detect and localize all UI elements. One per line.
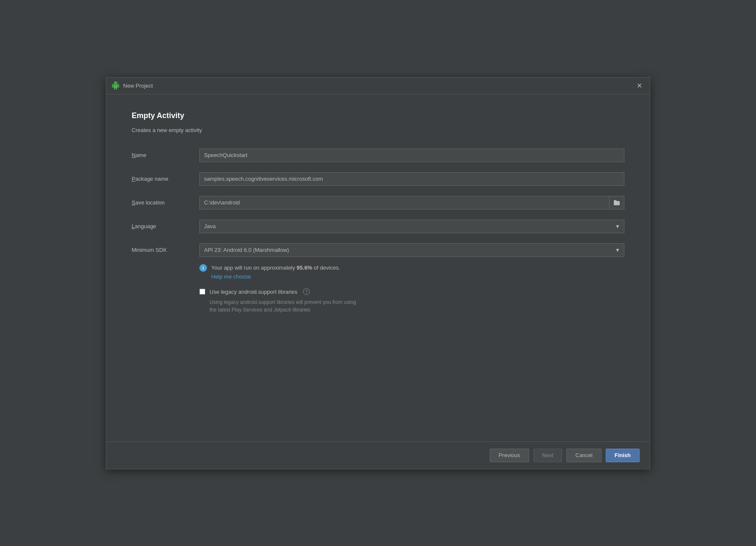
package-name-label: Package name xyxy=(132,176,199,182)
legacy-help-icon[interactable]: ? xyxy=(303,288,310,295)
min-sdk-label: Minimum SDK xyxy=(132,247,199,253)
info-text-after: of devices. xyxy=(312,265,340,271)
save-location-input[interactable] xyxy=(199,196,609,210)
info-icon: i xyxy=(199,264,207,272)
info-text-block: Your app will run on approximately 95.6%… xyxy=(211,264,340,280)
save-location-row: Save location xyxy=(132,196,624,210)
page-title: Empty Activity xyxy=(132,111,624,120)
folder-browse-button[interactable] xyxy=(609,196,624,210)
package-name-row: Package name xyxy=(132,172,624,186)
close-button[interactable]: ✕ xyxy=(634,81,645,91)
previous-button[interactable]: Previous xyxy=(490,449,529,462)
legacy-description: Using legacy android.support libraries w… xyxy=(210,298,624,314)
language-row: Language Java Kotlin ▼ xyxy=(132,220,624,233)
footer: Previous Next Cancel Finish xyxy=(106,441,650,469)
save-location-label: Save location xyxy=(132,199,199,206)
folder-icon xyxy=(613,199,620,206)
main-content: Empty Activity Creates a new empty activ… xyxy=(106,94,650,441)
window-title: New Project xyxy=(123,83,153,89)
min-sdk-select[interactable]: API 21: Android 5.0 (Lollipop) API 22: A… xyxy=(199,243,624,257)
finish-button[interactable]: Finish xyxy=(606,449,640,462)
legacy-checkbox-label[interactable]: Use legacy android.support libraries xyxy=(210,289,297,295)
cancel-button[interactable]: Cancel xyxy=(566,449,601,462)
legacy-checkbox-row: Use legacy android.support libraries ? xyxy=(199,288,624,295)
language-select[interactable]: Java Kotlin xyxy=(199,220,624,233)
legacy-checkbox[interactable] xyxy=(199,289,205,295)
help-me-choose-link[interactable]: Help me choose xyxy=(211,273,340,280)
min-sdk-select-wrapper: API 21: Android 5.0 (Lollipop) API 22: A… xyxy=(199,243,624,257)
android-icon xyxy=(111,81,120,90)
info-text-before: Your app will run on approximately xyxy=(211,265,297,271)
name-row: Name xyxy=(132,149,624,162)
page-subtitle: Creates a new empty activity xyxy=(132,127,624,133)
next-button[interactable]: Next xyxy=(533,449,563,462)
title-bar: New Project ✕ xyxy=(106,77,650,94)
name-label: Name xyxy=(132,152,199,158)
info-section: i Your app will run on approximately 95.… xyxy=(199,264,624,280)
package-name-input[interactable] xyxy=(199,172,624,186)
language-select-wrapper: Java Kotlin ▼ xyxy=(199,220,624,233)
new-project-window: New Project ✕ Empty Activity Creates a n… xyxy=(106,77,650,469)
info-percentage: 95.6% xyxy=(297,265,312,271)
info-text: Your app will run on approximately 95.6%… xyxy=(211,265,340,271)
language-label: Language xyxy=(132,223,199,229)
name-input[interactable] xyxy=(199,149,624,162)
legacy-checkbox-section: Use legacy android.support libraries ? U… xyxy=(199,288,624,314)
info-row: i Your app will run on approximately 95.… xyxy=(199,264,624,280)
save-location-input-wrapper xyxy=(199,196,624,210)
title-bar-left: New Project xyxy=(111,81,153,90)
min-sdk-row: Minimum SDK API 21: Android 5.0 (Lollipo… xyxy=(132,243,624,257)
